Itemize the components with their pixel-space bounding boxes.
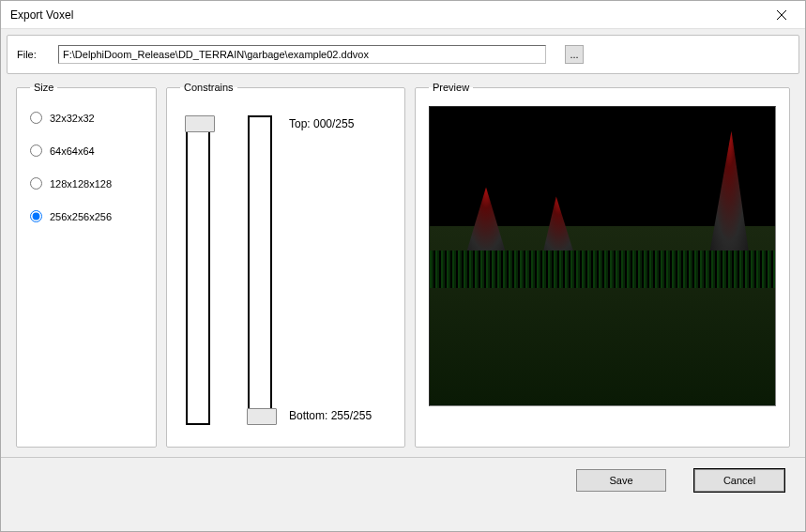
size-radio-256[interactable] — [30, 210, 42, 222]
size-radio-label: 32x32x32 — [50, 113, 95, 124]
close-icon[interactable] — [768, 6, 796, 24]
preview-image — [429, 106, 776, 406]
constrains-legend: Constrains — [180, 82, 237, 93]
size-radio-label: 256x256x256 — [50, 211, 112, 222]
file-label: File: — [17, 49, 39, 60]
file-path-input[interactable] — [58, 45, 546, 64]
size-legend: Size — [30, 82, 57, 93]
terrain-ground — [430, 251, 775, 288]
panels: Size 32x32x32 64x64x64 128x128x128 256x2… — [7, 74, 799, 457]
bottom-slider[interactable] — [248, 115, 272, 425]
content-area: File: ... Size 32x32x32 64x64x64 128x128… — [1, 29, 805, 457]
size-option[interactable]: 128x128x128 — [30, 177, 143, 190]
bottom-slider-thumb[interactable] — [247, 408, 277, 425]
preview-fieldset: Preview — [415, 82, 790, 448]
titlebar: Export Voxel — [1, 1, 805, 29]
file-row: File: ... — [7, 35, 799, 74]
top-value-label: Top: 000/255 — [289, 117, 354, 130]
top-slider[interactable] — [186, 115, 210, 425]
save-button[interactable]: Save — [576, 469, 666, 492]
size-radio-32[interactable] — [30, 112, 42, 124]
size-option[interactable]: 256x256x256 — [30, 210, 143, 222]
terrain-peak — [706, 130, 753, 262]
top-slider-thumb[interactable] — [185, 115, 215, 132]
size-radio-label: 64x64x64 — [50, 145, 95, 157]
button-bar: Save Cancel — [1, 457, 805, 503]
size-option[interactable]: 32x32x32 — [30, 112, 143, 124]
cancel-button[interactable]: Cancel — [694, 469, 784, 492]
size-radio-128[interactable] — [30, 177, 42, 190]
bottom-value-label: Bottom: 255/255 — [289, 409, 372, 422]
size-fieldset: Size 32x32x32 64x64x64 128x128x128 256x2… — [16, 82, 157, 448]
browse-button[interactable]: ... — [565, 45, 584, 64]
size-radio-label: 128x128x128 — [50, 178, 112, 190]
size-radio-64[interactable] — [30, 144, 42, 157]
window-title: Export Voxel — [10, 8, 73, 22]
size-option[interactable]: 64x64x64 — [30, 144, 143, 157]
constrains-fieldset: Constrains Top: 000/255 Bottom: 255/255 — [166, 82, 405, 448]
preview-legend: Preview — [429, 82, 473, 93]
